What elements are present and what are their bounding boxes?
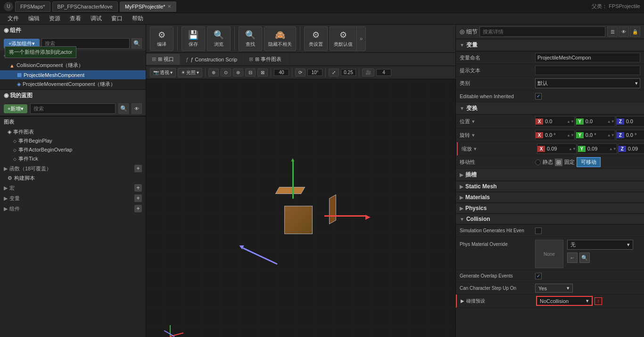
prop-can-step-up: Can Character Step Up On Yes ▾	[456, 282, 644, 295]
scale-y-input[interactable]	[586, 144, 609, 153]
menu-file[interactable]: 文件	[4, 14, 23, 24]
add-components-button[interactable]: +	[134, 205, 142, 212]
lighting-button[interactable]: ☀ 光照 ▾	[178, 68, 202, 77]
phys-material-actions: ← 🔍	[567, 253, 633, 263]
graph-event-graph[interactable]: ◈ 事件图表	[0, 127, 146, 136]
detail-search-input[interactable]	[479, 26, 605, 37]
macros-section[interactable]: ▶ 宏 +	[0, 183, 146, 193]
mobility-stationary-icon[interactable]: ⊞	[555, 159, 562, 166]
tooltip-input[interactable]	[535, 66, 640, 75]
rotation-z-input[interactable]	[624, 130, 644, 140]
class-settings-button[interactable]: ⚙ 类设置	[304, 26, 328, 51]
graph-event-actor-begin[interactable]: ◇ 事件ActorBeginOverlap	[0, 145, 146, 154]
position-z-input[interactable]	[624, 117, 644, 126]
tree-item-collision[interactable]: ▲ CollisionComponent（继承）	[0, 60, 146, 70]
find-button[interactable]: 🔍 查找	[239, 26, 262, 51]
tree-item-movement[interactable]: ◈ ProjectileMovementComponent（继承）	[0, 79, 146, 89]
sim-hit-events-checkbox[interactable]	[535, 227, 542, 234]
tab-fpsmaps[interactable]: FPSMaps*	[15, 1, 50, 12]
snap-mode-button[interactable]: ⊕	[208, 68, 219, 76]
detail-eye-icon[interactable]: 👁	[619, 26, 629, 37]
snap-surface-button[interactable]: ⊙	[221, 68, 231, 76]
menu-view[interactable]: 查看	[66, 14, 85, 24]
scale-x-input[interactable]	[545, 144, 569, 153]
rotation-x-input[interactable]	[543, 130, 567, 140]
blueprint-search-input[interactable]	[30, 103, 116, 114]
tab-construction-script[interactable]: ƒ ƒ Construction Scrip	[180, 55, 243, 64]
toolbar-expand-button[interactable]: »	[356, 26, 366, 51]
rotation-y-input[interactable]	[584, 130, 607, 140]
pivot-button[interactable]: ⊛	[233, 68, 243, 76]
prop-category: 类别 默认 ▾	[456, 77, 644, 90]
add-variable-button[interactable]: +	[134, 194, 142, 202]
phys-material-back-button[interactable]: ←	[567, 253, 578, 263]
rotate-snap-button[interactable]: ⟳	[295, 68, 305, 76]
editable-inherited-checkbox[interactable]	[535, 93, 542, 100]
browse-button[interactable]: 🔍 浏览	[207, 26, 231, 51]
viewport-3d[interactable]: ▶ ▲ ◀ https://blog.csdn.net/we	[146, 79, 455, 337]
tree-item-mesh[interactable]: ▦ ProjectileMeshComponent	[0, 70, 146, 79]
position-y-input[interactable]	[584, 117, 607, 126]
generate-overlap-checkbox[interactable]	[535, 273, 542, 279]
variable-name-input[interactable]	[535, 53, 640, 62]
graph-event-begin-play[interactable]: ◇ 事件BeginPlay	[0, 136, 146, 145]
tab-bp-character[interactable]: BP_FPSCharacterMove	[52, 1, 118, 12]
mobility-movable-button[interactable]: 可移动	[577, 157, 601, 167]
tab-projectile[interactable]: MyFPSProjectile* ✕	[120, 1, 176, 12]
graph-build-script[interactable]: ⚙ 构建脚本	[0, 174, 146, 183]
3d-object: ▶ ▲ ◀	[272, 194, 329, 251]
tab-close-icon[interactable]: ✕	[167, 4, 171, 9]
scale-y-arrow-icon: ▲▼	[609, 147, 617, 151]
category-dropdown[interactable]: 默认 ▾	[535, 78, 640, 88]
scale-z-input[interactable]	[626, 144, 644, 153]
menu-edit[interactable]: 编辑	[25, 14, 43, 24]
eye-icon[interactable]: 👁	[132, 103, 142, 114]
camera-speed-button[interactable]: 🎥	[362, 68, 374, 76]
materials-section-label[interactable]: ▶ Materials	[456, 192, 644, 203]
functions-section[interactable]: ▶ 函数（18可覆盖） +	[0, 163, 146, 174]
toolbar-sep-1	[177, 27, 178, 51]
physics-section-label[interactable]: ▶ Physics	[456, 203, 644, 214]
snap-toggle-button[interactable]: ⊠	[257, 68, 268, 76]
phys-material-dropdown[interactable]: 无 ▾	[567, 240, 633, 250]
perspective-button[interactable]: 📷 透视 ▾	[150, 68, 176, 77]
menu-debug[interactable]: 调试	[87, 14, 106, 24]
transform-section-label[interactable]: ▼ 变换	[456, 102, 644, 115]
graph-event-tick[interactable]: ◇ 事件Tick	[0, 154, 146, 163]
variables-section-label[interactable]: ▼ 变量	[456, 39, 644, 51]
search-icon[interactable]: 🔍	[132, 38, 142, 49]
phys-material-search-button[interactable]: 🔍	[579, 253, 590, 263]
detail-lock-icon[interactable]: 🔒	[630, 26, 640, 37]
blueprint-search-icon[interactable]: 🔍	[118, 103, 129, 114]
save-icon: 💾	[188, 30, 198, 40]
collision-preset-dropdown[interactable]: NoCcollision ▾	[536, 296, 593, 306]
menu-resources[interactable]: 资源	[45, 14, 64, 24]
variables-section[interactable]: ▶ 变量 +	[0, 193, 146, 203]
hide-irrelevant-button[interactable]: 🙈 隐藏不相关	[264, 26, 296, 51]
mobility-static-radio[interactable]	[535, 160, 541, 165]
tab-viewport[interactable]: ⊞ ⊞ 视口	[146, 54, 180, 65]
physics-group: ▶ Physics	[456, 203, 644, 214]
scale-snap-button[interactable]: ⤢	[329, 68, 339, 76]
step-up-dropdown[interactable]: Yes ▾	[535, 284, 573, 293]
collision-section-label[interactable]: ▼ Collision	[456, 214, 644, 225]
cube-right-face	[329, 194, 336, 225]
position-x-input[interactable]	[543, 117, 567, 126]
tab-event-graph[interactable]: ⊞ ⊞ 事件图表	[243, 54, 288, 65]
compile-button[interactable]: ⚙ 编译	[150, 26, 173, 51]
detail-list-icon[interactable]: ☰	[607, 26, 618, 37]
collision-warning-icon[interactable]: !	[594, 297, 602, 305]
menu-window[interactable]: 窗口	[107, 14, 126, 24]
staticmesh-section-label[interactable]: ▶ Static Mesh	[456, 181, 644, 192]
menu-help[interactable]: 帮助	[128, 14, 147, 24]
slots-section-label[interactable]: ▶ 插槽	[456, 169, 644, 181]
class-defaults-button[interactable]: ⚙ 类默认值	[330, 26, 357, 51]
prop-phys-material: Phys Material Override None 无 ▾ ←	[456, 237, 644, 270]
components-bottom-section[interactable]: ▶ 组件 +	[0, 203, 146, 214]
vp-toolbar-sep5	[359, 68, 359, 77]
transform-button[interactable]: ⊟	[245, 68, 256, 76]
add-function-button[interactable]: +	[134, 165, 142, 172]
new-button[interactable]: +新增▾	[4, 104, 27, 113]
add-macro-button[interactable]: +	[134, 184, 142, 192]
save-button[interactable]: 💾 保存	[182, 26, 205, 51]
